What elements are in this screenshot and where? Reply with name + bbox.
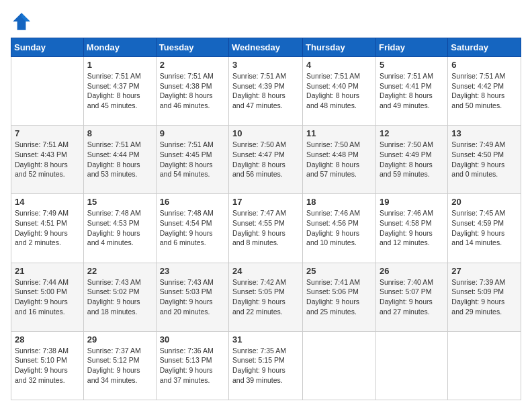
calendar-cell: 1Sunrise: 7:51 AM Sunset: 4:37 PM Daylig… xyxy=(83,57,156,126)
calendar-cell: 16Sunrise: 7:48 AM Sunset: 4:54 PM Dayli… xyxy=(156,194,228,263)
calendar: SundayMondayTuesdayWednesdayThursdayFrid… xyxy=(11,38,521,400)
day-number: 16 xyxy=(160,197,225,207)
day-number: 24 xyxy=(232,266,299,276)
calendar-cell: 25Sunrise: 7:41 AM Sunset: 5:06 PM Dayli… xyxy=(303,263,376,331)
calendar-cell: 27Sunrise: 7:39 AM Sunset: 5:09 PM Dayli… xyxy=(448,263,521,331)
logo-icon xyxy=(11,11,32,32)
day-info: Sunrise: 7:46 AM Sunset: 4:56 PM Dayligh… xyxy=(306,208,372,248)
calendar-cell: 7Sunrise: 7:51 AM Sunset: 4:43 PM Daylig… xyxy=(11,126,84,194)
day-info: Sunrise: 7:41 AM Sunset: 5:06 PM Dayligh… xyxy=(306,277,372,317)
day-info: Sunrise: 7:46 AM Sunset: 4:58 PM Dayligh… xyxy=(380,208,444,248)
calendar-cell: 24Sunrise: 7:42 AM Sunset: 5:05 PM Dayli… xyxy=(229,263,303,331)
day-info: Sunrise: 7:51 AM Sunset: 4:39 PM Dayligh… xyxy=(232,71,299,111)
day-info: Sunrise: 7:51 AM Sunset: 4:44 PM Dayligh… xyxy=(87,140,152,179)
day-info: Sunrise: 7:43 AM Sunset: 5:02 PM Dayligh… xyxy=(87,277,152,317)
calendar-cell: 13Sunrise: 7:49 AM Sunset: 4:50 PM Dayli… xyxy=(448,126,521,194)
day-header-friday: Friday xyxy=(375,38,447,57)
day-info: Sunrise: 7:45 AM Sunset: 4:59 PM Dayligh… xyxy=(451,208,517,248)
calendar-cell xyxy=(375,331,447,400)
day-info: Sunrise: 7:47 AM Sunset: 4:55 PM Dayligh… xyxy=(232,208,299,248)
week-row-0: 1Sunrise: 7:51 AM Sunset: 4:37 PM Daylig… xyxy=(11,57,521,126)
day-info: Sunrise: 7:48 AM Sunset: 4:53 PM Dayligh… xyxy=(87,208,152,248)
day-number: 15 xyxy=(87,197,152,207)
day-header-wednesday: Wednesday xyxy=(229,38,303,57)
day-info: Sunrise: 7:48 AM Sunset: 4:54 PM Dayligh… xyxy=(160,208,225,248)
calendar-cell: 19Sunrise: 7:46 AM Sunset: 4:58 PM Dayli… xyxy=(375,194,447,263)
day-number: 29 xyxy=(87,334,152,345)
calendar-cell: 3Sunrise: 7:51 AM Sunset: 4:39 PM Daylig… xyxy=(229,57,303,126)
calendar-cell xyxy=(303,331,376,400)
day-info: Sunrise: 7:49 AM Sunset: 4:51 PM Dayligh… xyxy=(15,208,80,248)
day-info: Sunrise: 7:51 AM Sunset: 4:42 PM Dayligh… xyxy=(451,71,517,111)
day-number: 1 xyxy=(87,60,152,70)
calendar-cell: 6Sunrise: 7:51 AM Sunset: 4:42 PM Daylig… xyxy=(448,57,521,126)
day-info: Sunrise: 7:44 AM Sunset: 5:00 PM Dayligh… xyxy=(15,277,80,317)
day-info: Sunrise: 7:50 AM Sunset: 4:47 PM Dayligh… xyxy=(232,140,299,179)
day-number: 5 xyxy=(380,60,444,70)
day-number: 28 xyxy=(15,334,80,345)
calendar-cell: 2Sunrise: 7:51 AM Sunset: 4:38 PM Daylig… xyxy=(156,57,228,126)
day-info: Sunrise: 7:37 AM Sunset: 5:12 PM Dayligh… xyxy=(87,346,152,385)
day-info: Sunrise: 7:39 AM Sunset: 5:09 PM Dayligh… xyxy=(451,277,517,317)
day-number: 11 xyxy=(306,128,372,138)
day-header-monday: Monday xyxy=(83,38,156,57)
day-number: 14 xyxy=(15,197,80,207)
calendar-cell: 10Sunrise: 7:50 AM Sunset: 4:47 PM Dayli… xyxy=(229,126,303,194)
calendar-cell: 31Sunrise: 7:35 AM Sunset: 5:15 PM Dayli… xyxy=(229,331,303,400)
day-number: 3 xyxy=(232,60,299,70)
calendar-cell: 28Sunrise: 7:38 AM Sunset: 5:10 PM Dayli… xyxy=(11,331,84,400)
day-info: Sunrise: 7:38 AM Sunset: 5:10 PM Dayligh… xyxy=(15,346,80,385)
day-info: Sunrise: 7:51 AM Sunset: 4:37 PM Dayligh… xyxy=(87,71,152,111)
day-info: Sunrise: 7:43 AM Sunset: 5:03 PM Dayligh… xyxy=(160,277,225,317)
day-header-saturday: Saturday xyxy=(448,38,521,57)
calendar-cell: 12Sunrise: 7:50 AM Sunset: 4:49 PM Dayli… xyxy=(375,126,447,194)
day-number: 8 xyxy=(87,128,152,138)
calendar-header-row: SundayMondayTuesdayWednesdayThursdayFrid… xyxy=(11,38,521,57)
day-number: 6 xyxy=(451,60,517,70)
day-info: Sunrise: 7:51 AM Sunset: 4:41 PM Dayligh… xyxy=(380,71,444,111)
calendar-cell: 15Sunrise: 7:48 AM Sunset: 4:53 PM Dayli… xyxy=(83,194,156,263)
day-number: 23 xyxy=(160,266,225,276)
day-number: 9 xyxy=(160,128,225,138)
day-number: 2 xyxy=(160,60,225,70)
day-number: 21 xyxy=(15,266,80,276)
calendar-cell: 4Sunrise: 7:51 AM Sunset: 4:40 PM Daylig… xyxy=(303,57,376,126)
calendar-cell xyxy=(448,331,521,400)
calendar-cell: 30Sunrise: 7:36 AM Sunset: 5:13 PM Dayli… xyxy=(156,331,228,400)
calendar-cell: 20Sunrise: 7:45 AM Sunset: 4:59 PM Dayli… xyxy=(448,194,521,263)
day-number: 31 xyxy=(232,334,299,345)
day-number: 7 xyxy=(15,128,80,138)
logo xyxy=(11,11,34,32)
day-number: 4 xyxy=(306,60,372,70)
calendar-cell: 5Sunrise: 7:51 AM Sunset: 4:41 PM Daylig… xyxy=(375,57,447,126)
calendar-cell: 8Sunrise: 7:51 AM Sunset: 4:44 PM Daylig… xyxy=(83,126,156,194)
page: SundayMondayTuesdayWednesdayThursdayFrid… xyxy=(0,0,532,411)
day-number: 30 xyxy=(160,334,225,345)
day-info: Sunrise: 7:35 AM Sunset: 5:15 PM Dayligh… xyxy=(232,346,299,385)
calendar-cell: 18Sunrise: 7:46 AM Sunset: 4:56 PM Dayli… xyxy=(303,194,376,263)
calendar-cell: 11Sunrise: 7:50 AM Sunset: 4:48 PM Dayli… xyxy=(303,126,376,194)
day-info: Sunrise: 7:50 AM Sunset: 4:48 PM Dayligh… xyxy=(306,140,372,179)
calendar-cell: 22Sunrise: 7:43 AM Sunset: 5:02 PM Dayli… xyxy=(83,263,156,331)
day-number: 20 xyxy=(451,197,517,207)
calendar-cell: 17Sunrise: 7:47 AM Sunset: 4:55 PM Dayli… xyxy=(229,194,303,263)
day-info: Sunrise: 7:50 AM Sunset: 4:49 PM Dayligh… xyxy=(380,140,444,179)
week-row-1: 7Sunrise: 7:51 AM Sunset: 4:43 PM Daylig… xyxy=(11,126,521,194)
day-info: Sunrise: 7:51 AM Sunset: 4:40 PM Dayligh… xyxy=(306,71,372,111)
day-info: Sunrise: 7:51 AM Sunset: 4:43 PM Dayligh… xyxy=(15,140,80,179)
day-info: Sunrise: 7:49 AM Sunset: 4:50 PM Dayligh… xyxy=(451,140,517,179)
day-header-thursday: Thursday xyxy=(303,38,376,57)
day-info: Sunrise: 7:51 AM Sunset: 4:45 PM Dayligh… xyxy=(160,140,225,179)
header xyxy=(11,11,521,32)
day-number: 10 xyxy=(232,128,299,138)
day-number: 13 xyxy=(451,128,517,138)
calendar-cell xyxy=(11,57,84,126)
day-info: Sunrise: 7:51 AM Sunset: 4:38 PM Dayligh… xyxy=(160,71,225,111)
calendar-cell: 14Sunrise: 7:49 AM Sunset: 4:51 PM Dayli… xyxy=(11,194,84,263)
week-row-4: 28Sunrise: 7:38 AM Sunset: 5:10 PM Dayli… xyxy=(11,331,521,400)
day-number: 17 xyxy=(232,197,299,207)
day-number: 27 xyxy=(451,266,517,276)
calendar-cell: 26Sunrise: 7:40 AM Sunset: 5:07 PM Dayli… xyxy=(375,263,447,331)
day-number: 22 xyxy=(87,266,152,276)
day-number: 18 xyxy=(306,197,372,207)
